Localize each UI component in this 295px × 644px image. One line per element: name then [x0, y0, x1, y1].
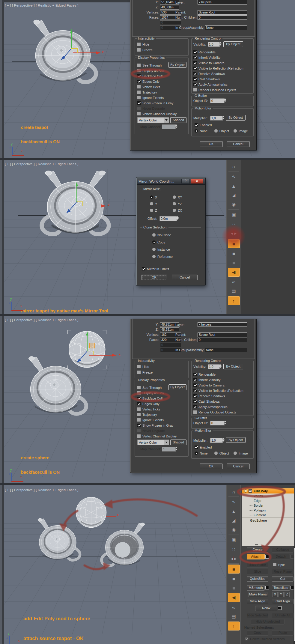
graphite-cube-icon[interactable]: ■: [228, 574, 240, 583]
vertex-color-dropdown[interactable]: Vertex Color: [137, 440, 169, 445]
spinner[interactable]: [219, 42, 222, 46]
radio-axis-xy[interactable]: XY: [173, 195, 182, 199]
radio-image[interactable]: Image: [234, 451, 248, 455]
z-field[interactable]: 40,308m: [160, 5, 179, 10]
ok-button[interactable]: OK: [200, 464, 223, 469]
msmooth-settings-icon[interactable]: [265, 586, 269, 589]
collapse-tree-icon[interactable]: [249, 489, 252, 493]
modifier-edit-poly[interactable]: Edit Poly: [242, 488, 294, 493]
spinner[interactable]: [222, 438, 225, 442]
subobject-edge[interactable]: Edge: [249, 498, 294, 503]
snaps-toggle-icon[interactable]: ∩: [228, 162, 240, 171]
checkbox-enabled[interactable]: Enabled: [195, 445, 212, 449]
make-planar-x-button[interactable]: X: [273, 592, 278, 597]
checkbox-freeze[interactable]: Freeze: [137, 48, 153, 52]
checkbox-hide[interactable]: Hide: [137, 365, 149, 368]
checkbox-freeze[interactable]: Freeze: [137, 370, 153, 374]
z-field[interactable]: 48,281m: [160, 327, 179, 332]
viewport-label[interactable]: [ + ] [ Perspective ] [ Realistic + Edge…: [5, 318, 79, 322]
cancel-button[interactable]: Cancel: [227, 141, 250, 147]
relax-button[interactable]: Relax: [255, 606, 277, 611]
radio-object[interactable]: Object: [214, 129, 229, 133]
base-object-geosphere[interactable]: GeoSphere: [242, 517, 294, 523]
named-selection-set-icon[interactable]: ▣: [228, 536, 240, 544]
multiplier-field[interactable]: 1,0: [210, 438, 223, 443]
checkbox-render-occluded[interactable]: Render Occluded Objects: [193, 88, 236, 92]
pyramid-icon[interactable]: ▲: [228, 182, 240, 190]
ok-button[interactable]: OK: [141, 275, 167, 280]
checkbox-split[interactable]: Split: [273, 563, 285, 567]
spinner[interactable]: [219, 364, 222, 368]
subobject-border[interactable]: Border: [249, 503, 294, 508]
mirrored-teapot-wireframe[interactable]: [102, 523, 145, 566]
checkbox-inherit-visibility[interactable]: Inherit Visibility: [193, 378, 220, 382]
offset-field[interactable]: 0,0m: [159, 216, 177, 221]
checkbox-show-frozen[interactable]: Show Frozen in Gray: [137, 101, 173, 105]
checkbox-trajectory[interactable]: Trajectory: [137, 413, 157, 416]
camera-keys-icon[interactable]: ◉: [228, 526, 240, 534]
create-button[interactable]: Create: [247, 547, 268, 553]
select-arrow-icon[interactable]: ◀: [228, 593, 240, 602]
checkbox-visible-to-reflection[interactable]: Visible to Reflection/Refraction: [193, 389, 243, 392]
named-selection-set-icon[interactable]: ▣: [228, 210, 240, 219]
checkbox-receive-shadows[interactable]: Receive Shadows: [193, 394, 225, 398]
make-planar-y-button[interactable]: Y: [279, 592, 284, 597]
render-setup-icon[interactable]: ↑: [228, 296, 240, 305]
viewport-label[interactable]: [ + ] [ Perspective ] [ Realistic + Edge…: [5, 4, 79, 7]
layer-manager-icon[interactable]: ■: [228, 565, 240, 574]
checkbox-display-as-box[interactable]: Display as Box: [137, 391, 164, 395]
spinner[interactable]: [222, 116, 225, 119]
radio-axis-x[interactable]: X: [150, 195, 157, 199]
curve-editor-icon[interactable]: ∿: [228, 172, 240, 181]
grid-align-button[interactable]: Grid Align: [272, 599, 294, 604]
spray-tool-icon[interactable]: ◢: [228, 516, 240, 525]
render-setup-icon[interactable]: ↑: [228, 622, 240, 631]
radio-axis-yz[interactable]: YZ: [173, 202, 182, 206]
layer-field[interactable]: x helpers: [198, 0, 247, 4]
ok-button[interactable]: OK: [200, 141, 223, 147]
checkbox-visible-to-camera[interactable]: Visible to Camera: [193, 61, 225, 65]
shaded-button[interactable]: Shaded: [170, 440, 186, 445]
radio-no-clone[interactable]: No Clone: [152, 233, 171, 237]
radio-instance[interactable]: Instance: [152, 247, 170, 251]
spinner[interactable]: [223, 98, 227, 102]
layer-field[interactable]: x helpers: [198, 322, 247, 327]
checkbox-inherit-visibility[interactable]: Inherit Visibility: [193, 55, 220, 59]
cut-button[interactable]: Cut: [272, 576, 294, 582]
ghost-cube-icon[interactable]: ■: [228, 258, 240, 267]
checkbox-hide[interactable]: Hide: [137, 42, 149, 46]
tessellate-button[interactable]: Tessellate: [272, 585, 290, 591]
radio-axis-z[interactable]: Z: [150, 208, 157, 212]
relax-settings-icon[interactable]: [278, 606, 282, 610]
viewport-label[interactable]: [ + ] [ Perspective ] [ Realistic + Edge…: [5, 162, 79, 166]
checkbox-mirror-ik[interactable]: Mirror IK Limits: [142, 267, 169, 271]
checkbox-renderable[interactable]: Renderable: [193, 50, 216, 54]
curve-editor-icon[interactable]: ∿: [228, 498, 240, 506]
view-align-button[interactable]: View Align: [247, 599, 268, 604]
checkbox-apply-atmospherics[interactable]: Apply Atmospherics: [193, 82, 228, 86]
checkbox-vertex-channel[interactable]: Vertex Channel Display: [137, 112, 177, 116]
object-id-field[interactable]: 0: [210, 421, 225, 425]
visibility-field[interactable]: 1,0: [208, 364, 220, 369]
mirror-tool-icon[interactable]: ◀▶: [228, 554, 240, 563]
display-by-object-button[interactable]: By Object: [168, 384, 186, 390]
viewport-label[interactable]: [ + ] [ Perspective ] [ Realistic + Edge…: [5, 488, 79, 492]
make-planar-z-button[interactable]: Z: [285, 592, 290, 597]
motion-blur-by-object-button[interactable]: By Object: [226, 115, 246, 121]
checkbox-see-through[interactable]: See-Through: [137, 63, 162, 67]
cancel-button[interactable]: Cancel: [172, 275, 198, 280]
vertex-color-dropdown[interactable]: Vertex Color: [137, 117, 169, 123]
link-chain-icon[interactable]: ∞: [228, 603, 240, 611]
make-planar-button[interactable]: Make Planar: [249, 592, 268, 597]
radio-object[interactable]: Object: [214, 451, 229, 455]
checkbox-receive-shadows[interactable]: Receive Shadows: [193, 72, 225, 76]
checkbox-backface-cull[interactable]: Backface Cull: [137, 396, 162, 400]
checkbox-visible-to-reflection[interactable]: Visible to Reflection/Refraction: [193, 66, 243, 70]
shaded-button[interactable]: Shaded: [170, 117, 186, 123]
radio-none[interactable]: None: [195, 129, 207, 133]
checkbox-edges-only[interactable]: Edges Only: [137, 79, 159, 83]
close-button[interactable]: ×: [191, 179, 203, 184]
geosphere-wireframe[interactable]: [76, 497, 106, 527]
scrollbar-thumb[interactable]: [294, 548, 295, 641]
checkbox-vertex-ticks[interactable]: Vertex Ticks: [137, 407, 160, 411]
